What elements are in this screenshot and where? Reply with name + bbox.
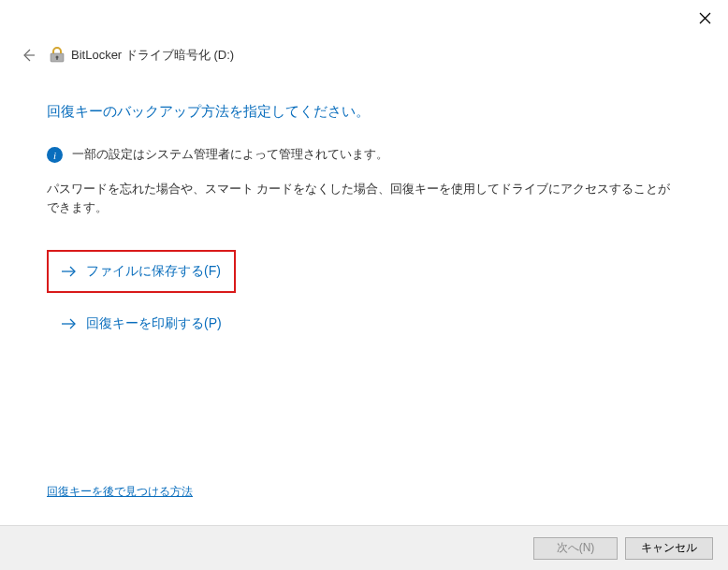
button-bar: 次へ(N) キャンセル <box>0 525 728 570</box>
description-text: パスワードを忘れた場合や、スマート カードをなくした場合、回復キーを使用してドラ… <box>47 180 681 217</box>
bitlocker-icon <box>49 47 66 64</box>
admin-info-row: i 一部の設定はシステム管理者によって管理されています。 <box>47 147 681 163</box>
wizard-header: BitLocker ドライブ暗号化 (D:) <box>0 0 728 64</box>
wizard-content: 回復キーのバックアップ方法を指定してください。 i 一部の設定はシステム管理者に… <box>0 64 728 343</box>
save-to-file-label: ファイルに保存する(F) <box>86 263 221 280</box>
print-key-option[interactable]: 回復キーを印刷する(P) <box>47 304 237 343</box>
back-arrow-icon[interactable] <box>21 48 36 63</box>
next-button[interactable]: 次へ(N) <box>533 537 618 560</box>
arrow-right-icon <box>62 266 77 277</box>
page-heading: 回復キーのバックアップ方法を指定してください。 <box>47 103 681 121</box>
header-title-container: BitLocker ドライブ暗号化 (D:) <box>49 47 234 64</box>
header-title-text: BitLocker ドライブ暗号化 (D:) <box>71 47 234 64</box>
save-to-file-option[interactable]: ファイルに保存する(F) <box>47 250 236 293</box>
close-icon[interactable] <box>699 11 711 27</box>
svg-rect-5 <box>56 57 57 60</box>
help-link[interactable]: 回復キーを後で見つける方法 <box>47 484 193 500</box>
print-key-label: 回復キーを印刷する(P) <box>86 315 222 332</box>
admin-info-text: 一部の設定はシステム管理者によって管理されています。 <box>72 147 388 163</box>
info-icon: i <box>47 147 63 163</box>
cancel-button[interactable]: キャンセル <box>625 537 713 560</box>
window-controls <box>699 11 711 28</box>
arrow-right-icon <box>62 318 77 329</box>
